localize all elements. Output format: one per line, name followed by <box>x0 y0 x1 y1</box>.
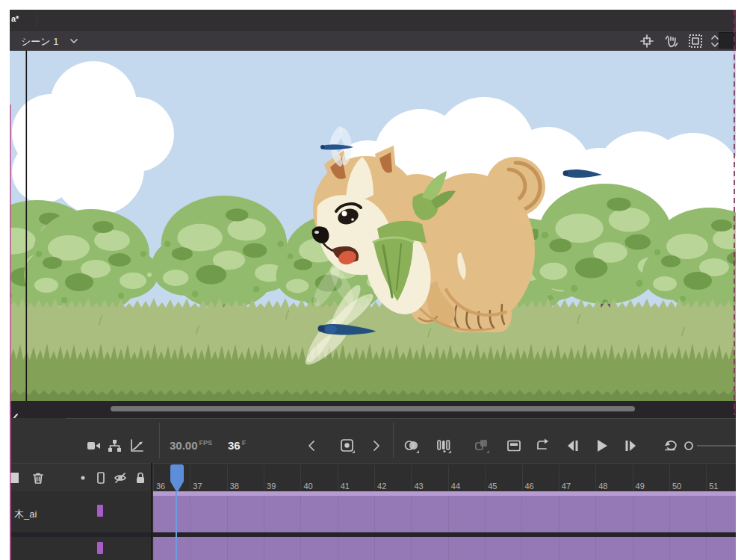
outline-view-icon[interactable] <box>93 470 108 485</box>
graph-editor-icon[interactable] <box>128 438 145 454</box>
timeline-zoom-icon[interactable] <box>681 438 697 454</box>
loop-icon[interactable] <box>535 438 551 454</box>
toolbar-divider <box>159 423 160 458</box>
ruler-frame-40[interactable]: 40 <box>300 465 338 492</box>
right-edge-marker <box>734 10 735 415</box>
layer-row-gap <box>10 532 736 537</box>
document-tab-strip: a* <box>10 10 736 31</box>
canvas-scroll-strip <box>10 401 736 418</box>
play-icon[interactable] <box>594 438 610 454</box>
scene-name[interactable]: シーン 1 <box>21 35 58 49</box>
lock-all-icon[interactable] <box>133 470 148 485</box>
ruler-frame-45[interactable]: 45 <box>485 465 522 492</box>
layer-column: 木_ai <box>10 491 151 560</box>
current-frame-display[interactable]: 36F <box>228 439 246 452</box>
timeline-toolbar: 30.00FPS 36F <box>10 418 736 463</box>
ruler-frame-47[interactable]: 47 <box>559 465 596 492</box>
ruler-frame-49[interactable]: 49 <box>633 465 670 492</box>
hide-all-icon[interactable] <box>113 470 128 485</box>
panel-top-border <box>66 418 736 419</box>
stage-left-boundary <box>26 51 28 401</box>
timeline-zoom-slider[interactable] <box>697 445 736 447</box>
next-keyframe-icon[interactable] <box>368 438 384 454</box>
playhead[interactable] <box>170 464 185 494</box>
horizontal-scrollbar[interactable] <box>111 406 635 411</box>
ruler-frame-48[interactable]: 48 <box>595 465 633 492</box>
step-back-icon[interactable] <box>565 438 582 454</box>
animate-window: a* シーン 1 <box>10 10 736 560</box>
onion-skin-icon[interactable] <box>403 438 420 454</box>
clip-content-icon[interactable] <box>687 33 704 49</box>
edit-bar: シーン 1 <box>10 31 736 51</box>
fps-display[interactable]: 30.00FPS <box>170 439 212 452</box>
edit-multiple-frames-icon[interactable] <box>474 438 490 454</box>
rotate-view-icon[interactable] <box>663 33 679 49</box>
onion-skin-outlines-icon[interactable] <box>436 438 452 454</box>
column-divider[interactable] <box>151 463 152 560</box>
ruler-frame-41[interactable]: 41 <box>338 465 375 492</box>
stage-canvas[interactable] <box>10 51 736 401</box>
parenting-icon[interactable] <box>106 438 123 454</box>
insert-frame-icon[interactable] <box>506 438 522 454</box>
ruler-frame-39[interactable]: 39 <box>264 465 301 492</box>
delete-layer-icon[interactable] <box>31 470 46 485</box>
insert-keyframe-icon[interactable] <box>339 438 356 454</box>
tab-separator <box>37 13 37 28</box>
frame-ruler[interactable]: 36373839404142434445464748495051 <box>153 464 736 492</box>
ruler-frame-51[interactable]: 51 <box>706 465 736 492</box>
layer-swatch[interactable] <box>97 505 103 517</box>
layer-track-1[interactable] <box>153 496 736 532</box>
ruler-frame-38[interactable]: 38 <box>227 465 264 492</box>
undo-icon[interactable] <box>663 438 679 454</box>
stage-artwork[interactable] <box>10 51 736 401</box>
previous-keyframe-icon[interactable] <box>304 438 320 454</box>
layer-name[interactable]: 木_ai <box>14 508 37 521</box>
toolbar-divider <box>393 423 394 458</box>
camera-icon[interactable] <box>85 438 102 454</box>
timeline-header: 36373839404142434445464748495051 <box>10 463 736 491</box>
playhead-stem[interactable] <box>176 491 177 560</box>
step-forward-icon[interactable] <box>622 438 638 454</box>
layer-track-2[interactable] <box>153 537 736 560</box>
center-frame-icon[interactable] <box>639 33 655 49</box>
animate-screenshot: a* シーン 1 <box>0 0 747 560</box>
new-layer-icon[interactable] <box>10 470 21 485</box>
ruler-frame-37[interactable]: 37 <box>190 465 227 492</box>
left-edge-marker <box>10 105 11 560</box>
scene-chevron-down-icon[interactable] <box>69 37 78 45</box>
ruler-frame-43[interactable]: 43 <box>411 465 448 492</box>
ruler-frame-46[interactable]: 46 <box>522 465 560 492</box>
ruler-frame-50[interactable]: 50 <box>669 465 707 492</box>
ruler-frame-44[interactable]: 44 <box>448 465 486 492</box>
document-tab[interactable]: a* <box>11 14 19 23</box>
layer-swatch[interactable] <box>97 542 103 554</box>
highlight-dot-icon[interactable] <box>75 470 90 485</box>
ruler-frame-42[interactable]: 42 <box>374 465 412 492</box>
